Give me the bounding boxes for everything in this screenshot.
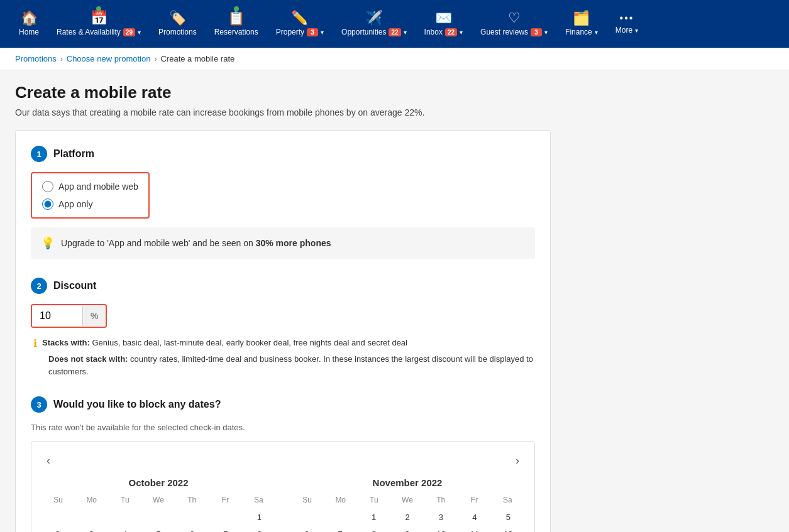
radio-app-mobile-web[interactable]: App and mobile web: [42, 181, 138, 192]
cal-day-5[interactable]: 5: [142, 526, 174, 532]
calendar-header: ‹ ›: [41, 452, 524, 470]
breadcrumb-sep-1: ›: [60, 55, 63, 63]
rates-badge: 29: [123, 28, 135, 36]
oct-fr: Fr: [209, 494, 242, 506]
discount-section: 2 Discount % ℹ Stacks with: Genius, basi…: [31, 278, 535, 377]
november-calendar: November 2022 Su Mo Tu We Th Fr Sa 12345…: [290, 477, 524, 532]
top-navigation: 🏠 Home 📅 Rates & Availability 29 ▾ 🏷️ Pr…: [0, 0, 789, 48]
discount-number: 2: [31, 278, 47, 294]
bulb-icon: 💡: [41, 236, 55, 250]
breadcrumb-sep-2: ›: [154, 55, 157, 63]
platform-title: Platform: [53, 148, 94, 160]
cal-day-8[interactable]: 8: [243, 526, 275, 532]
opportunities-icon: ✈️: [365, 11, 382, 25]
breadcrumb-choose-promotion[interactable]: Choose new promotion: [67, 54, 151, 63]
cal-day-9[interactable]: 9: [391, 526, 423, 532]
form-card: 1 Platform App and mobile web App only 💡…: [15, 130, 551, 532]
opportunities-label-text: Opportunities: [341, 28, 386, 36]
discount-header: 2 Discount: [31, 278, 535, 294]
guest-reviews-badge: 3: [531, 28, 542, 36]
cal-day-1[interactable]: 1: [358, 509, 390, 525]
platform-radio-group: App and mobile web App only: [31, 172, 150, 219]
nav-item-finance[interactable]: 🗂️ Finance ▾: [556, 0, 607, 48]
cal-day-6[interactable]: 6: [290, 526, 323, 532]
breadcrumb: Promotions › Choose new promotion › Crea…: [0, 48, 789, 70]
more-arrow: ▾: [635, 27, 638, 34]
cal-day-6[interactable]: 6: [176, 526, 208, 532]
more-icon: •••: [620, 13, 634, 23]
property-arrow: ▾: [321, 29, 324, 36]
guest-reviews-label-text: Guest reviews: [480, 28, 528, 36]
guest-reviews-arrow: ▾: [544, 29, 548, 36]
calendar-icon: 📅: [91, 11, 108, 25]
nav-item-rates[interactable]: 📅 Rates & Availability 29 ▾: [48, 0, 150, 48]
nav-item-inbox[interactable]: ✉️ Inbox 22 ▾: [416, 0, 472, 48]
inbox-icon: ✉️: [435, 11, 452, 25]
promotions-icon: 🏷️: [169, 11, 186, 25]
info-circle-icon: ℹ: [33, 337, 37, 349]
cal-day-8[interactable]: 8: [358, 526, 390, 532]
stacks-with-row: ℹ Stacks with: Genius, basic deal, last-…: [33, 337, 535, 349]
nav-item-guest-reviews[interactable]: ♡ Guest reviews 3 ▾: [472, 0, 556, 48]
stacks-text-value: Genius, basic deal, last-minute deal, ea…: [90, 338, 407, 347]
finance-label-text: Finance: [565, 28, 592, 36]
inbox-badge: 22: [445, 28, 457, 36]
radio-label-app-mobile-web: App and mobile web: [58, 182, 138, 192]
cal-day-2[interactable]: 2: [41, 526, 74, 532]
block-dates-section: 3 Would you like to block any dates? Thi…: [31, 396, 535, 532]
nav-item-reservations[interactable]: 📋 Reservations: [206, 0, 267, 48]
finance-icon: 🗂️: [573, 11, 590, 25]
radio-app-only[interactable]: App only: [42, 198, 138, 210]
october-days: 1234567891011121314151617181920212223242…: [41, 509, 275, 532]
nav-item-home[interactable]: 🏠 Home: [10, 0, 48, 48]
calendar-container: ‹ › October 2022 Su Mo Tu We Th: [31, 441, 535, 532]
nav-item-opportunities[interactable]: ✈️ Opportunities 22 ▾: [333, 0, 416, 48]
november-days-header: Su Mo Tu We Th Fr Sa: [290, 494, 524, 506]
radio-input-app-mobile-web[interactable]: [42, 181, 53, 192]
cal-day-7[interactable]: 7: [209, 526, 241, 532]
cal-day-10[interactable]: 10: [425, 526, 457, 532]
discount-title: Discount: [53, 280, 96, 291]
upgrade-text-static: Upgrade to 'App and mobile web' and be s…: [61, 238, 256, 248]
rates-dot: [96, 6, 101, 11]
discount-input[interactable]: [32, 305, 82, 327]
cal-day-3[interactable]: 3: [75, 526, 107, 532]
breadcrumb-promotions[interactable]: Promotions: [15, 54, 57, 63]
nav-item-promotions[interactable]: 🏷️ Promotions: [150, 0, 206, 48]
oct-tu: Tu: [108, 494, 141, 506]
nav-label-home: Home: [19, 28, 39, 36]
cal-day-1[interactable]: 1: [243, 509, 275, 525]
radio-label-app-only: App only: [58, 199, 92, 209]
cal-day-3[interactable]: 3: [425, 509, 457, 525]
cal-day-4[interactable]: 4: [458, 509, 490, 525]
nav-item-property[interactable]: ✏️ Property 3 ▾: [267, 0, 333, 48]
nav-label-promotions: Promotions: [158, 28, 197, 36]
stacks-label: Stacks with:: [42, 338, 90, 347]
october-days-header: Su Mo Tu We Th Fr Sa: [41, 494, 275, 506]
property-label-text: Property: [276, 28, 304, 36]
discount-input-group: %: [31, 304, 107, 328]
nov-mo: Mo: [324, 494, 357, 506]
cal-day-7[interactable]: 7: [324, 526, 356, 532]
nov-we: We: [390, 494, 424, 506]
radio-input-app-only[interactable]: [42, 198, 53, 210]
october-title: October 2022: [41, 477, 275, 488]
more-label-text: More: [615, 26, 632, 35]
nov-tu: Tu: [357, 494, 390, 506]
nav-label-reservations: Reservations: [214, 28, 258, 36]
calendar-prev-button[interactable]: ‹: [41, 452, 55, 470]
cal-day-5[interactable]: 5: [492, 509, 524, 525]
opportunities-arrow: ▾: [404, 29, 407, 36]
block-dates-title: Would you like to block any dates?: [53, 399, 221, 410]
calendar-next-button[interactable]: ›: [510, 452, 524, 470]
property-icon: ✏️: [291, 11, 308, 25]
cal-day-12[interactable]: 12: [492, 526, 524, 532]
cal-day-empty: [176, 509, 208, 525]
nav-item-more[interactable]: ••• More ▾: [607, 0, 647, 48]
cal-day-2[interactable]: 2: [391, 509, 423, 525]
oct-th: Th: [175, 494, 209, 506]
cal-day-4[interactable]: 4: [109, 526, 141, 532]
nav-label-inbox: Inbox 22 ▾: [424, 28, 463, 36]
november-title: November 2022: [290, 477, 524, 488]
cal-day-11[interactable]: 11: [458, 526, 490, 532]
